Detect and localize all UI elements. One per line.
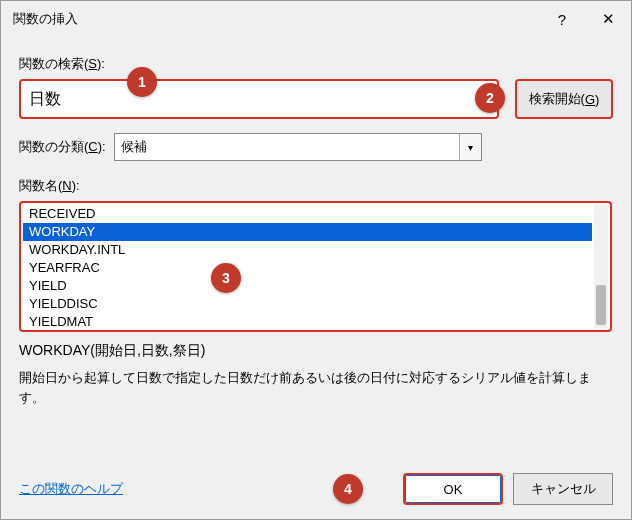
dialog-footer: この関数のヘルプ 4 OK キャンセル (1, 469, 631, 519)
insert-function-dialog: 関数の挿入 ? ✕ 関数の検索(S): 日数 1 2 検索開始(G) 関数の分類… (0, 0, 632, 520)
category-label: 関数の分類(C): (19, 138, 106, 156)
dialog-title: 関数の挿入 (13, 10, 539, 28)
search-start-button[interactable]: 検索開始(G) (515, 79, 613, 119)
close-button[interactable]: ✕ (585, 1, 631, 37)
badge-4: 4 (333, 474, 363, 504)
badge-1: 1 (127, 67, 157, 97)
function-listbox[interactable]: RECEIVEDWORKDAYWORKDAY.INTLYEARFRACYIELD… (19, 201, 612, 332)
list-item[interactable]: YIELD (23, 277, 592, 295)
function-description: 開始日から起算して日数で指定した日数だけ前あるいは後の日付に対応するシリアル値を… (19, 368, 613, 407)
category-value: 候補 (121, 138, 147, 156)
dialog-body: 関数の検索(S): 日数 1 2 検索開始(G) 関数の分類(C): 候補 ▾ … (1, 37, 631, 407)
ok-button[interactable]: OK (403, 473, 503, 505)
search-input-value: 日数 (29, 89, 61, 110)
list-item[interactable]: WORKDAY.INTL (23, 241, 592, 259)
scrollbar-thumb[interactable] (596, 285, 606, 325)
list-item[interactable]: RECEIVED (23, 205, 592, 223)
chevron-down-icon: ▾ (459, 134, 481, 160)
function-syntax: WORKDAY(開始日,日数,祭日) (19, 342, 613, 360)
list-item[interactable]: YEARFRAC (23, 259, 592, 277)
category-select[interactable]: 候補 ▾ (114, 133, 482, 161)
function-help-link[interactable]: この関数のヘルプ (19, 480, 123, 498)
badge-3: 3 (211, 263, 241, 293)
list-item[interactable]: WORKDAY (23, 223, 592, 241)
scrollbar[interactable] (594, 205, 608, 328)
function-list-label: 関数名(N): (19, 177, 613, 195)
category-row: 関数の分類(C): 候補 ▾ (19, 133, 613, 161)
badge-2: 2 (475, 83, 505, 113)
cancel-button[interactable]: キャンセル (513, 473, 613, 505)
list-item[interactable]: YIELDMAT (23, 313, 592, 328)
list-item[interactable]: YIELDDISC (23, 295, 592, 313)
search-row: 日数 1 2 検索開始(G) (19, 79, 613, 119)
search-input[interactable]: 日数 (19, 79, 499, 119)
search-label: 関数の検索(S): (19, 55, 613, 73)
titlebar: 関数の挿入 ? ✕ (1, 1, 631, 37)
help-button[interactable]: ? (539, 1, 585, 37)
